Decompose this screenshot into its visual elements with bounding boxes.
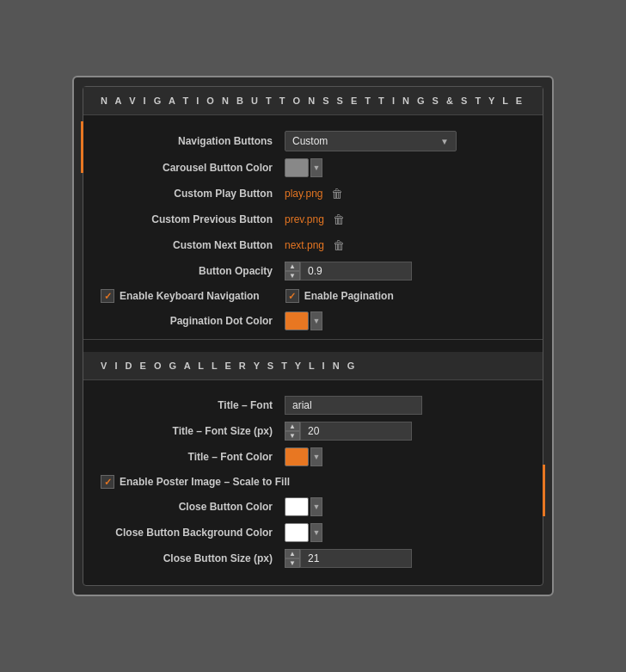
close-button-bg-color-swatch[interactable]: [285, 523, 309, 542]
title-font-label: Title – Font: [101, 399, 273, 411]
title-font-size-value[interactable]: 20: [300, 422, 412, 441]
section-separator: [83, 339, 543, 340]
carousel-button-color-row: Carousel Button Color ▼: [83, 155, 543, 181]
button-opacity-label: Button Opacity: [101, 265, 273, 277]
enable-keyboard-checkbox[interactable]: ✓: [101, 289, 114, 303]
navigation-buttons-dropdown[interactable]: Custom ▼: [285, 131, 457, 151]
custom-previous-button-link[interactable]: prev.png: [285, 213, 324, 225]
video-section-header: V I D E O G A L L E R Y S T Y L I N G: [83, 352, 543, 380]
dropdown-arrow-icon: ▼: [440, 137, 449, 146]
pagination-dot-color-row: Pagination Dot Color ▼: [83, 308, 543, 334]
close-button-size-down[interactable]: ▼: [285, 558, 300, 568]
close-button-bg-color-row: Close Button Background Color ▼: [83, 520, 543, 546]
close-button-size-up[interactable]: ▲: [285, 549, 300, 558]
pagination-dot-color-label: Pagination Dot Color: [101, 315, 273, 327]
close-button-bg-color-label: Close Button Background Color: [101, 527, 273, 539]
close-button-size-row: Close Button Size (px) ▲ ▼ 21: [83, 546, 543, 571]
custom-next-button-row: Custom Next Button next.png 🗑: [83, 232, 543, 258]
button-opacity-up[interactable]: ▲: [285, 262, 300, 271]
nav-section-header: N A V I G A T I O N B U T T O N S S E T …: [83, 87, 543, 115]
enable-pagination-label: Enable Pagination: [304, 290, 394, 302]
custom-play-button-label: Custom Play Button: [101, 188, 273, 200]
enable-poster-row: ✓ Enable Poster Image – Scale to Fill: [83, 470, 543, 494]
button-opacity-spinner: ▲ ▼: [285, 262, 300, 281]
pagination-color-swatch[interactable]: [285, 311, 309, 330]
title-font-size-down[interactable]: ▼: [285, 431, 300, 441]
button-opacity-value[interactable]: 0.9: [300, 262, 412, 281]
title-font-color-row: Title – Font Color ▼: [83, 444, 543, 470]
title-font-color-dropdown-arrow[interactable]: ▼: [310, 447, 322, 466]
close-button-color-row: Close Button Color ▼: [83, 494, 543, 520]
close-button-size-label: Close Button Size (px): [101, 552, 273, 564]
title-font-size-up[interactable]: ▲: [285, 422, 300, 431]
button-opacity-input-group: ▲ ▼ 0.9: [285, 262, 525, 281]
close-button-color-dropdown-arrow[interactable]: ▼: [310, 497, 322, 516]
custom-next-button-link[interactable]: next.png: [285, 239, 324, 251]
close-button-size-control: ▲ ▼ 21: [285, 549, 525, 568]
title-font-input[interactable]: [285, 396, 422, 415]
close-button-bg-color-dropdown-arrow[interactable]: ▼: [310, 523, 322, 542]
button-opacity-down[interactable]: ▼: [285, 271, 300, 281]
enable-keyboard-label: Enable Keyboard Navigation: [120, 290, 260, 302]
carousel-color-swatch[interactable]: [285, 158, 309, 177]
custom-next-button-delete-icon[interactable]: 🗑: [333, 238, 345, 252]
enable-keyboard-item: ✓ Enable Keyboard Navigation: [101, 289, 260, 303]
enable-poster-checkbox[interactable]: ✓: [101, 475, 114, 489]
close-button-color-control: ▼: [285, 497, 525, 516]
custom-next-button-label: Custom Next Button: [101, 239, 273, 251]
close-button-size-input-group: ▲ ▼ 21: [285, 549, 525, 568]
navigation-buttons-label: Navigation Buttons: [101, 135, 273, 147]
settings-panel: N A V I G A T I O N B U T T O N S S E T …: [72, 76, 554, 596]
enable-poster-item: ✓ Enable Poster Image – Scale to Fill: [101, 475, 290, 489]
close-button-color-label: Close Button Color: [101, 501, 273, 513]
enable-poster-label: Enable Poster Image – Scale to Fill: [120, 476, 290, 488]
custom-previous-button-label: Custom Previous Button: [101, 213, 273, 225]
close-button-color-swatch[interactable]: [285, 497, 309, 516]
title-font-size-row: Title – Font Size (px) ▲ ▼ 20: [83, 418, 543, 444]
button-opacity-row: Button Opacity ▲ ▼ 0.9: [83, 258, 543, 284]
title-font-color-swatch[interactable]: [285, 447, 309, 466]
close-button-size-value[interactable]: 21: [300, 549, 412, 568]
carousel-color-dropdown-arrow[interactable]: ▼: [310, 158, 322, 177]
navigation-buttons-value: Custom: [292, 135, 328, 147]
navigation-buttons-row: Navigation Buttons Custom ▼: [83, 127, 543, 155]
custom-previous-button-delete-icon[interactable]: 🗑: [333, 213, 345, 226]
custom-next-button-control: next.png 🗑: [285, 238, 525, 252]
checkboxes-row: ✓ Enable Keyboard Navigation ✓ Enable Pa…: [83, 284, 543, 308]
enable-pagination-checkbox[interactable]: ✓: [285, 289, 299, 303]
close-button-bg-color-control: ▼: [285, 523, 525, 542]
enable-pagination-item: ✓ Enable Pagination: [285, 289, 394, 303]
pagination-color-dropdown-arrow[interactable]: ▼: [310, 311, 322, 330]
custom-play-button-delete-icon[interactable]: 🗑: [331, 187, 343, 200]
custom-play-button-link[interactable]: play.png: [285, 188, 322, 200]
title-font-size-label: Title – Font Size (px): [101, 425, 273, 437]
custom-play-button-row: Custom Play Button play.png 🗑: [83, 181, 543, 207]
custom-play-button-control: play.png 🗑: [285, 187, 525, 200]
custom-previous-button-control: prev.png 🗑: [285, 213, 525, 226]
button-opacity-control: ▲ ▼ 0.9: [285, 262, 525, 281]
title-font-size-input-group: ▲ ▼ 20: [285, 422, 525, 441]
close-button-size-spinner: ▲ ▼: [285, 549, 300, 568]
main-panel: N A V I G A T I O N B U T T O N S S E T …: [83, 86, 543, 586]
title-font-row: Title – Font: [83, 392, 543, 418]
title-font-control: [285, 396, 525, 415]
custom-previous-button-row: Custom Previous Button prev.png 🗑: [83, 207, 543, 232]
carousel-color-control: ▼: [285, 158, 525, 177]
title-font-color-control: ▼: [285, 447, 525, 466]
title-font-size-control: ▲ ▼ 20: [285, 422, 525, 441]
title-font-color-label: Title – Font Color: [101, 451, 273, 463]
pagination-color-control: ▼: [285, 311, 525, 330]
navigation-buttons-control: Custom ▼: [285, 131, 525, 151]
carousel-button-color-label: Carousel Button Color: [101, 162, 273, 174]
title-font-size-spinner: ▲ ▼: [285, 422, 300, 441]
